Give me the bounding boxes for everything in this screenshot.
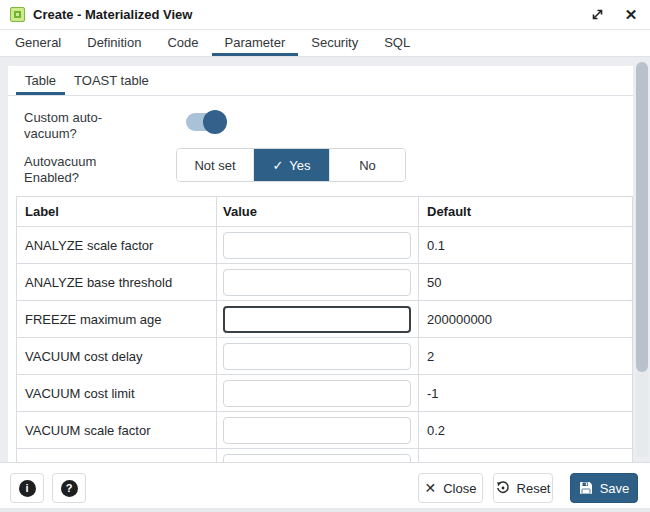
save-icon (579, 481, 593, 495)
table-row: VACUUM scale factor 0.2 (17, 411, 632, 448)
table-row: VACUUM cost limit -1 (17, 374, 632, 411)
save-button[interactable]: Save (570, 473, 638, 503)
autovacuum-enabled-label: Autovacuum Enabled? (24, 154, 142, 187)
autovacuum-enabled-row: Autovacuum Enabled? Not set ✓ Yes No (24, 154, 142, 187)
table-header-row: Label Value Default (17, 197, 632, 226)
vacuum-base-threshold-input[interactable] (223, 454, 411, 463)
vacuum-scale-factor-input[interactable] (223, 417, 411, 444)
parameter-tab-content: Table TOAST table Custom auto-vacuum? Au… (0, 57, 650, 462)
close-x-icon: ✕ (425, 481, 437, 495)
table-row: ANALYZE base threshold 50 (17, 263, 632, 300)
tab-security[interactable]: Security (298, 30, 371, 56)
maximize-icon[interactable] (588, 6, 606, 24)
vacuum-cost-limit-input[interactable] (223, 380, 411, 407)
custom-autovacuum-row: Custom auto-vacuum? (24, 110, 142, 143)
reset-icon (496, 481, 510, 495)
vertical-scrollbar[interactable] (636, 62, 648, 458)
close-button[interactable]: ✕ Close (418, 473, 483, 503)
table-row: VACUUM cost delay 2 (17, 337, 632, 374)
header-default: Default (419, 197, 632, 226)
subtab-table[interactable]: Table (16, 66, 65, 95)
dialog-footer: i ? ✕ Close Reset Save (0, 462, 650, 508)
autovacuum-option-not-set[interactable]: Not set (177, 149, 253, 181)
custom-autovacuum-toggle[interactable] (186, 113, 224, 131)
tab-code[interactable]: Code (154, 30, 211, 56)
dialog-title: Create - Materialized View (33, 7, 192, 22)
sub-tabbar: Table TOAST table (8, 66, 633, 96)
help-button[interactable]: ? (52, 473, 86, 503)
autovacuum-option-no[interactable]: No (329, 149, 405, 181)
help-icon: ? (61, 480, 78, 497)
tab-sql[interactable]: SQL (371, 30, 423, 56)
freeze-maximum-age-input[interactable] (223, 306, 411, 333)
reset-button[interactable]: Reset (493, 473, 553, 503)
table-row: FREEZE maximum age 200000000 (17, 300, 632, 337)
autovacuum-option-yes[interactable]: ✓ Yes (253, 149, 329, 181)
toggle-knob (203, 110, 227, 134)
table-row: VACUUM base threshold 50 (17, 448, 632, 462)
main-tabbar: General Definition Code Parameter Securi… (0, 30, 650, 57)
autovacuum-enabled-group: Not set ✓ Yes No (176, 148, 406, 182)
analyze-base-threshold-input[interactable] (223, 269, 411, 296)
header-label: Label (17, 197, 217, 226)
vacuum-cost-delay-input[interactable] (223, 343, 411, 370)
custom-autovacuum-label: Custom auto-vacuum? (24, 110, 142, 143)
materialized-view-icon (10, 7, 25, 22)
check-icon: ✓ (272, 158, 283, 173)
scrollbar-thumb[interactable] (636, 62, 648, 372)
info-button[interactable]: i (10, 473, 44, 503)
vacuum-params-table: Label Value Default ANALYZE scale factor… (16, 196, 633, 462)
close-icon[interactable]: ✕ (622, 6, 640, 24)
tab-parameter[interactable]: Parameter (212, 30, 299, 56)
analyze-scale-factor-input[interactable] (223, 232, 411, 259)
info-icon: i (19, 480, 36, 497)
tab-general[interactable]: General (2, 30, 74, 56)
dialog-titlebar: Create - Materialized View ✕ (0, 0, 650, 30)
tab-definition[interactable]: Definition (74, 30, 154, 56)
table-subtab-panel: Table TOAST table Custom auto-vacuum? Au… (8, 66, 633, 462)
header-value: Value (217, 197, 419, 226)
table-row: ANALYZE scale factor 0.1 (17, 226, 632, 263)
subtab-toast-table[interactable]: TOAST table (65, 66, 158, 95)
